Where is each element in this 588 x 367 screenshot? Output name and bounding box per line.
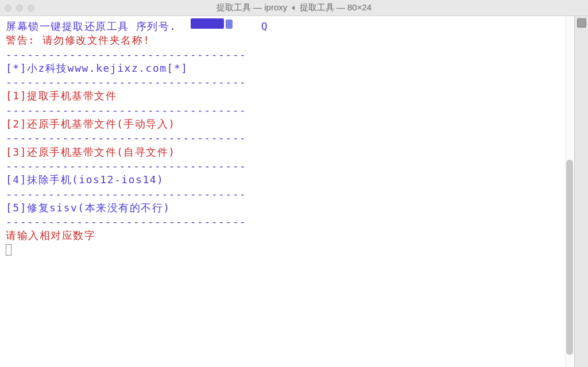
title-part1: 提取工具 — iproxy xyxy=(216,2,287,12)
maximize-button[interactable] xyxy=(28,5,34,11)
prompt-line: 请输入相对应数字 xyxy=(6,229,568,242)
terminal-area: 屏幕锁一键提取还原工具 序列号. Q 警告: 请勿修改文件夹名称! ------… xyxy=(0,16,588,367)
warning-line: 警告: 请勿修改文件夹名称! xyxy=(6,33,568,47)
side-panel xyxy=(574,16,588,367)
divider: ---------------------------------- xyxy=(6,215,568,229)
option-1: [1]提取手机基带文件 xyxy=(6,89,568,103)
cursor xyxy=(6,244,11,256)
option-4: [4]抹除手机(ios12-ios14) xyxy=(6,173,568,187)
divider: ---------------------------------- xyxy=(6,187,568,201)
option-2: [2]还原手机基带文件(手动导入) xyxy=(6,117,568,131)
company-line: [*]小z科技www.kejixz.com[*] xyxy=(6,61,568,75)
scrollbar-track[interactable] xyxy=(565,16,574,367)
title-part2: 提取工具 — 80×24 xyxy=(300,2,372,12)
option-3: [3]还原手机基带文件(自寻文件) xyxy=(6,145,568,159)
redacted-serial-2 xyxy=(226,20,233,29)
window-title: 提取工具 — iproxy 提取工具 — 80×24 xyxy=(0,2,588,13)
header-line: 屏幕锁一键提取还原工具 序列号. Q xyxy=(6,20,568,33)
divider: ---------------------------------- xyxy=(6,131,568,145)
back-triangle-icon xyxy=(292,6,295,10)
divider: ---------------------------------- xyxy=(6,103,568,117)
header-prefix: 屏幕锁一键提取还原工具 序列号. xyxy=(6,20,177,33)
inspector-icon[interactable] xyxy=(577,18,586,28)
terminal-window: 提取工具 — iproxy 提取工具 — 80×24 屏幕锁一键提取还原工具 序… xyxy=(0,0,588,367)
minimize-button[interactable] xyxy=(16,5,23,11)
divider: ---------------------------------- xyxy=(6,48,568,61)
header-suffix: Q xyxy=(261,20,268,33)
titlebar[interactable]: 提取工具 — iproxy 提取工具 — 80×24 xyxy=(0,0,588,16)
cursor-line xyxy=(6,243,568,257)
redacted-serial xyxy=(191,18,224,29)
option-5: [5]修复sisv(本来没有的不行) xyxy=(6,201,568,215)
scrollbar-thumb[interactable] xyxy=(566,160,573,355)
divider: ---------------------------------- xyxy=(6,159,568,173)
close-button[interactable] xyxy=(5,5,11,11)
traffic-lights xyxy=(5,5,34,11)
terminal-content[interactable]: 屏幕锁一键提取还原工具 序列号. Q 警告: 请勿修改文件夹名称! ------… xyxy=(0,16,574,367)
divider: ---------------------------------- xyxy=(6,75,568,89)
